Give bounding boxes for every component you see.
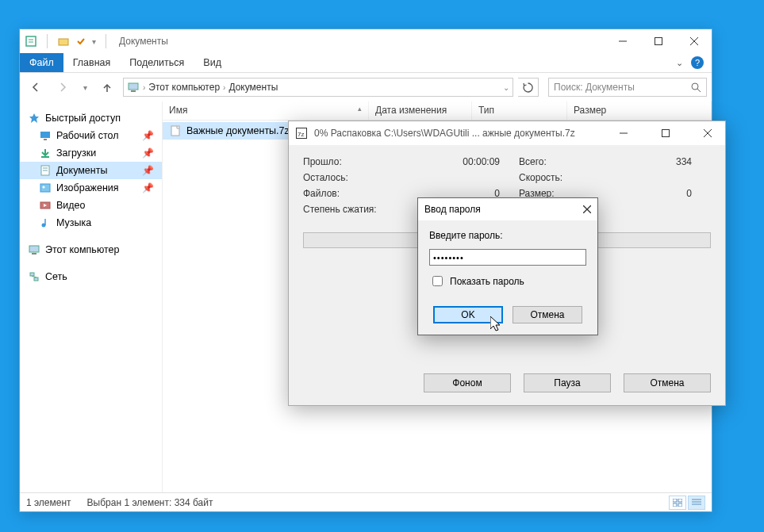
progress-minimize-button[interactable] [605, 121, 641, 145]
explorer-titlebar: ▾ Документы [20, 29, 712, 53]
sevenzip-icon: 7z [295, 127, 308, 140]
col-date[interactable]: Дата изменения [369, 101, 472, 120]
value-total: 334 [582, 156, 711, 167]
explorer-close-button[interactable] [676, 29, 712, 53]
desktop-icon [39, 129, 52, 142]
search-placeholder: Поиск: Документы [554, 82, 635, 93]
svg-rect-26 [29, 246, 39, 252]
password-dialog-close-button[interactable] [583, 205, 591, 213]
search-icon [691, 82, 701, 93]
qat-newfolder-icon[interactable] [57, 35, 70, 48]
pin-icon: 📌 [142, 165, 154, 176]
search-input[interactable]: Поиск: Документы [548, 78, 707, 97]
label-remaining: Осталось: [303, 172, 390, 183]
qat-properties-icon[interactable] [25, 35, 37, 48]
file-name: Важные документы.7z [186, 125, 290, 136]
star-icon [28, 112, 40, 124]
svg-rect-31 [171, 126, 179, 136]
svg-rect-5 [655, 38, 662, 45]
ribbon-tab-view[interactable]: Вид [194, 53, 231, 72]
ribbon-tab-file[interactable]: Файл [20, 53, 63, 72]
password-input[interactable] [429, 249, 586, 266]
nav-forward-button[interactable] [52, 76, 74, 98]
nav-pictures[interactable]: Изображения📌 [20, 179, 162, 197]
col-size[interactable]: Размер [567, 101, 712, 120]
label-speed: Скорость: [519, 172, 582, 183]
status-count: 1 элемент [26, 497, 71, 508]
pictures-icon [39, 182, 52, 194]
label-elapsed: Прошло: [303, 156, 390, 167]
documents-icon [39, 164, 52, 177]
nav-quick-access[interactable]: Быстрый доступ [20, 109, 162, 127]
pause-button[interactable]: Пауза [524, 373, 611, 392]
ribbon-tab-home[interactable]: Главная [63, 53, 121, 72]
refresh-button[interactable] [518, 78, 539, 97]
col-name[interactable]: Имя▴ [163, 101, 369, 120]
value-size: 0 [582, 188, 711, 199]
nav-network[interactable]: Сеть [20, 268, 162, 285]
svg-rect-28 [30, 273, 34, 276]
ok-button[interactable]: OK [433, 306, 503, 323]
view-details-button[interactable] [688, 496, 705, 510]
svg-rect-35 [678, 503, 682, 507]
progress-maximize-button[interactable] [647, 121, 683, 145]
svg-rect-14 [40, 132, 50, 138]
qat-dropdown-icon[interactable]: ▾ [92, 37, 96, 46]
svg-rect-20 [40, 184, 50, 192]
label-ratio: Степень сжатия: [303, 204, 390, 215]
progress-titlebar: 7z 0% Распаковка C:\Users\WDAGUtili ... … [289, 121, 725, 145]
svg-rect-29 [34, 277, 38, 281]
pin-icon: 📌 [142, 130, 154, 141]
nav-downloads[interactable]: Загрузки📌 [20, 144, 162, 162]
ribbon-tab-share[interactable]: Поделиться [120, 53, 194, 72]
explorer-maximize-button[interactable] [640, 29, 676, 53]
help-icon[interactable]: ? [691, 56, 704, 69]
status-bar: 1 элемент Выбран 1 элемент: 334 байт [20, 492, 712, 511]
nav-back-button[interactable] [25, 76, 47, 98]
nav-desktop[interactable]: Рабочий стол📌 [20, 127, 162, 144]
password-dialog-title: Ввод пароля [424, 204, 583, 215]
nav-up-button[interactable] [96, 76, 118, 98]
network-icon [28, 270, 40, 283]
music-icon [39, 216, 52, 229]
progress-title: 0% Распаковка C:\Users\WDAGUtili ... ажн… [314, 128, 599, 139]
nav-music[interactable]: Музыка [20, 214, 162, 232]
column-headers: Имя▴ Дата изменения Тип Размер [163, 101, 712, 121]
svg-rect-42 [662, 130, 669, 137]
cancel-password-button[interactable]: Отмена [513, 306, 582, 323]
sort-indicator-icon: ▴ [358, 105, 362, 117]
explorer-minimize-button[interactable] [605, 29, 640, 53]
svg-rect-32 [673, 499, 677, 502]
nav-toolbar: ▾ › Этот компьютер › Документы ⌄ Поиск: … [20, 73, 712, 101]
nav-recent-dropdown[interactable]: ▾ [79, 76, 91, 98]
progress-close-button[interactable] [689, 121, 725, 145]
view-large-icons-button[interactable] [669, 496, 686, 510]
password-prompt-label: Введите пароль: [429, 230, 586, 241]
breadcrumb-root[interactable]: Этот компьютер [148, 82, 220, 93]
col-type[interactable]: Тип [472, 101, 567, 120]
pin-icon: 📌 [142, 182, 154, 193]
cancel-button[interactable]: Отмена [624, 373, 711, 392]
svg-text:7z: 7z [298, 131, 304, 138]
pc-icon [28, 243, 40, 256]
background-button[interactable]: Фоном [424, 373, 511, 392]
value-elapsed: 00:00:09 [390, 156, 519, 167]
nav-this-pc[interactable]: Этот компьютер [20, 241, 162, 258]
svg-rect-0 [26, 36, 36, 46]
svg-line-12 [697, 89, 701, 92]
svg-rect-27 [32, 253, 36, 255]
qat-check-icon[interactable] [75, 35, 87, 48]
password-dialog: Ввод пароля Введите пароль: Показать пар… [417, 197, 598, 335]
show-password-checkbox[interactable]: Показать пароль [429, 274, 586, 289]
svg-rect-15 [44, 139, 47, 140]
ribbon-expand-icon[interactable]: ⌄ [676, 58, 683, 68]
breadcrumb-folder[interactable]: Документы [228, 82, 278, 93]
nav-videos[interactable]: Видео [20, 197, 162, 214]
svg-point-21 [43, 186, 45, 189]
show-password-checkbox-box[interactable] [432, 276, 443, 286]
breadcrumb[interactable]: › Этот компьютер › Документы ⌄ [123, 78, 513, 97]
file-icon [169, 124, 182, 137]
svg-rect-9 [129, 83, 138, 90]
svg-rect-34 [673, 503, 677, 507]
nav-documents[interactable]: Документы📌 [20, 162, 162, 179]
